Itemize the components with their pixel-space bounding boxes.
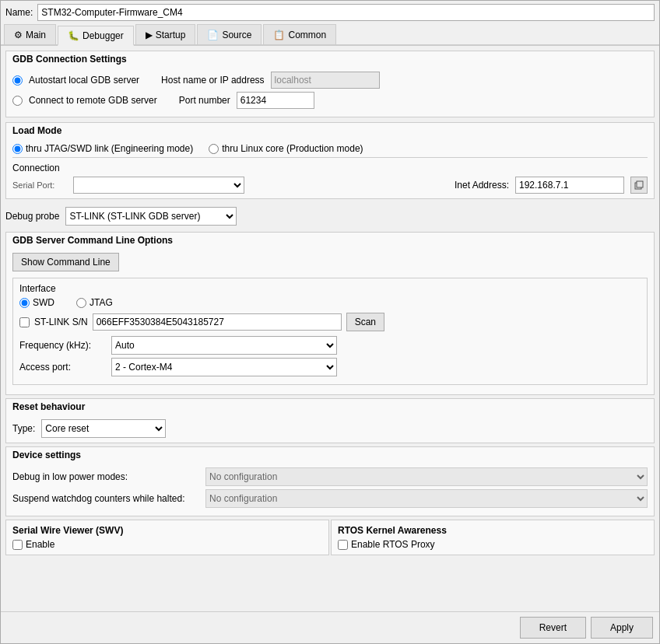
swd-radio[interactable] <box>19 298 30 308</box>
swv-title: Serial Wire Viewer (SWV) <box>12 525 322 536</box>
linux-mode-radio[interactable] <box>209 144 219 154</box>
debug-probe-label: Debug probe <box>5 211 59 222</box>
tab-common-label: Common <box>288 30 326 40</box>
autostart-radio[interactable] <box>12 75 23 86</box>
tab-main-label: Main <box>26 30 46 40</box>
frequency-select[interactable]: Auto 1800 4000 8000 <box>111 336 337 355</box>
name-input[interactable] <box>37 4 655 21</box>
footer: Revert Apply <box>1 611 659 643</box>
svg-rect-1 <box>637 181 643 187</box>
linux-mode-label: thru Linux core (Production mode) <box>222 143 363 154</box>
swv-panel: Serial Wire Viewer (SWV) Enable <box>5 520 329 555</box>
tab-common[interactable]: 📋 Common <box>263 24 336 44</box>
name-label: Name: <box>5 7 33 18</box>
port-label: Port number <box>179 95 230 106</box>
swd-label: SWD <box>33 297 54 308</box>
tab-main[interactable]: ⚙ Main <box>4 24 56 44</box>
debug-probe-select[interactable]: ST-LINK (ST-LINK GDB server) OpenOCD <box>65 207 237 226</box>
reset-type-label: Type: <box>12 423 35 434</box>
tab-debugger-label: Debugger <box>82 30 124 41</box>
swv-enable-label: Enable <box>26 539 54 550</box>
startup-icon: ▶ <box>146 30 153 40</box>
show-command-line-button[interactable]: Show Command Line <box>12 253 119 271</box>
debug-probe-row: Debug probe ST-LINK (ST-LINK GDB server)… <box>1 204 659 229</box>
debugger-icon: 🐛 <box>68 30 79 41</box>
interface-title: Interface <box>19 283 641 294</box>
interface-section: Interface SWD JTAG ST-LINK S/N <box>12 278 648 385</box>
name-row: Name: <box>1 1 659 24</box>
tab-debugger[interactable]: 🐛 Debugger <box>58 26 134 46</box>
gdb-connection-section: GDB Connection Settings Autostart local … <box>5 51 655 117</box>
tab-source-label: Source <box>222 30 251 40</box>
source-icon: 📄 <box>207 30 219 40</box>
apply-button[interactable]: Apply <box>591 617 653 639</box>
rtos-title: RTOS Kernel Awareness <box>338 525 648 536</box>
hostname-input[interactable] <box>271 72 380 89</box>
revert-button[interactable]: Revert <box>520 617 586 639</box>
copy-icon <box>634 180 644 190</box>
remote-radio[interactable] <box>12 96 23 106</box>
port-input[interactable] <box>237 92 314 109</box>
debug-low-power-label: Debug in low power modes: <box>12 471 199 482</box>
st-link-sn-label: ST-LINK S/N <box>34 317 88 327</box>
st-link-sn-checkbox[interactable] <box>19 317 30 327</box>
tab-source[interactable]: 📄 Source <box>197 24 262 44</box>
load-mode-section: Load Mode thru JTAG/SWD link (Engineerin… <box>5 122 655 199</box>
access-port-select[interactable]: 0 - Cortex-M7 1 - Cortex-M4 2 - Cortex-M… <box>111 358 337 376</box>
jtag-mode-radio[interactable] <box>12 144 23 154</box>
content-area: GDB Connection Settings Autostart local … <box>1 46 659 611</box>
swv-rtos-section: Serial Wire Viewer (SWV) Enable RTOS Ker… <box>5 520 655 555</box>
rtos-panel: RTOS Kernel Awareness Enable RTOS Proxy <box>331 520 655 555</box>
suspend-watchdog-select[interactable]: No configuration <box>205 489 648 508</box>
inet-address-input[interactable] <box>515 177 624 194</box>
tab-startup[interactable]: ▶ Startup <box>135 24 196 44</box>
reset-type-select[interactable]: Core reset Software reset Hardware reset… <box>41 419 166 438</box>
gdb-server-section: GDB Server Command Line Options Show Com… <box>5 232 655 395</box>
jtag-mode-label: thru JTAG/SWD link (Engineering mode) <box>26 143 193 154</box>
scan-button[interactable]: Scan <box>346 313 384 331</box>
reset-title: Reset behaviour <box>6 399 654 415</box>
debug-low-power-select[interactable]: No configuration <box>205 467 648 486</box>
inet-address-label: Inet Address: <box>455 180 509 191</box>
main-window: Name: ⚙ Main 🐛 Debugger ▶ Startup 📄 Sour… <box>0 0 660 644</box>
access-port-label: Access port: <box>19 362 105 373</box>
serial-port-select[interactable] <box>73 177 244 194</box>
copy-inet-button[interactable] <box>630 177 648 194</box>
hostname-label: Host name or IP address <box>161 75 265 86</box>
main-icon: ⚙ <box>14 30 23 40</box>
tabs-row: ⚙ Main 🐛 Debugger ▶ Startup 📄 Source 📋 C… <box>1 24 659 46</box>
swv-enable-checkbox[interactable] <box>12 540 23 550</box>
common-icon: 📋 <box>273 30 285 40</box>
remote-label: Connect to remote GDB server <box>29 95 157 106</box>
suspend-watchdog-label: Suspend watchdog counters while halted: <box>12 493 199 504</box>
device-settings-title: Device settings <box>6 447 654 463</box>
device-settings-section: Device settings Debug in low power modes… <box>5 446 655 516</box>
tab-startup-label: Startup <box>156 30 186 40</box>
gdb-server-title: GDB Server Command Line Options <box>6 233 654 248</box>
connection-title: Connection <box>12 163 648 173</box>
rtos-enable-checkbox[interactable] <box>338 540 348 550</box>
autostart-label: Autostart local GDB server <box>29 75 139 86</box>
jtag-radio[interactable] <box>76 298 86 308</box>
load-mode-title: Load Mode <box>6 123 654 138</box>
gdb-connection-title: GDB Connection Settings <box>6 51 654 67</box>
jtag-label: JTAG <box>90 297 113 308</box>
st-link-input[interactable] <box>93 313 342 331</box>
frequency-label: Frequency (kHz): <box>19 340 105 351</box>
rtos-enable-label: Enable RTOS Proxy <box>351 539 435 550</box>
reset-section: Reset behaviour Type: Core reset Softwar… <box>5 398 655 443</box>
serial-port-label: Serial Port: <box>12 180 67 190</box>
